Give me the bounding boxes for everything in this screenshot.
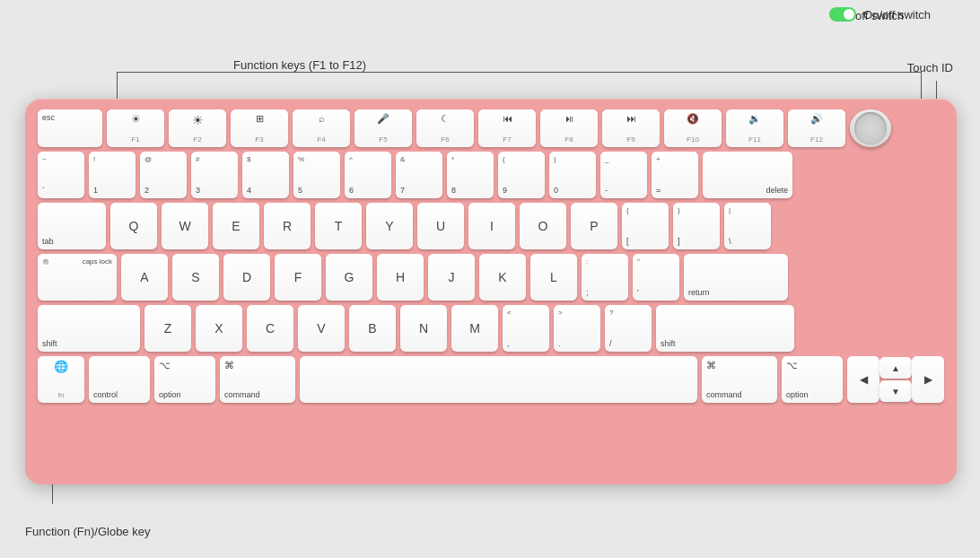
key-d[interactable]: D bbox=[223, 254, 270, 301]
key-space[interactable] bbox=[300, 356, 697, 403]
key-9[interactable]: ( 9 bbox=[498, 152, 545, 198]
number-row: ~ ` ! 1 @ 2 # 3 $ 4 % 5 ^ 6 & 7 bbox=[38, 152, 944, 198]
key-3[interactable]: # 3 bbox=[191, 152, 238, 198]
key-g[interactable]: G bbox=[326, 254, 372, 301]
key-f8[interactable]: ⏯ F8 bbox=[540, 109, 598, 147]
key-f11[interactable]: 🔉 F11 bbox=[726, 109, 783, 147]
key-control[interactable]: control bbox=[89, 356, 150, 403]
fn-globe-label: Function (Fn)/Globe key bbox=[25, 525, 150, 538]
key-f3[interactable]: ⊞ F3 bbox=[231, 109, 288, 147]
key-u[interactable]: U bbox=[417, 203, 464, 249]
key-period[interactable]: > . bbox=[554, 305, 600, 352]
key-j[interactable]: J bbox=[428, 254, 475, 301]
key-1[interactable]: ! 1 bbox=[89, 152, 136, 198]
key-semicolon[interactable]: : ; bbox=[582, 254, 628, 301]
onoff-switch-label: On/off switch bbox=[863, 8, 931, 22]
key-2[interactable]: @ 2 bbox=[140, 152, 187, 198]
key-option-left[interactable]: ⌥ option bbox=[154, 356, 215, 403]
key-b[interactable]: B bbox=[349, 305, 396, 352]
touchid-sensor bbox=[854, 112, 887, 144]
function-keys-label: Function keys (F1 to F12) bbox=[233, 58, 366, 72]
qwerty-row: tab Q W E R T Y U I O P bbox=[38, 203, 944, 249]
key-backslash[interactable]: | \ bbox=[724, 203, 771, 249]
zxcv-row: shift Z X C V B N M < , > . bbox=[38, 305, 944, 352]
key-h[interactable]: H bbox=[377, 254, 424, 301]
key-arrow-up[interactable]: ▲ bbox=[879, 357, 912, 379]
key-8[interactable]: * 8 bbox=[447, 152, 494, 198]
arrow-up-down-group: ▲ ▼ bbox=[879, 357, 912, 402]
key-f6[interactable]: ☾ F6 bbox=[416, 109, 474, 147]
key-6[interactable]: ^ 6 bbox=[345, 152, 391, 198]
key-f9[interactable]: ⏭ F9 bbox=[602, 109, 660, 147]
key-arrow-right[interactable]: ▶ bbox=[912, 356, 944, 403]
key-f1[interactable]: ☀ F1 bbox=[107, 109, 164, 147]
key-k[interactable]: K bbox=[479, 254, 526, 301]
toggle-switch[interactable] bbox=[829, 7, 856, 22]
key-f10[interactable]: 🔇 F10 bbox=[664, 109, 722, 147]
key-n[interactable]: N bbox=[400, 305, 447, 352]
key-option-right[interactable]: ⌥ option bbox=[782, 356, 843, 403]
key-shift-left[interactable]: shift bbox=[38, 305, 140, 352]
key-t[interactable]: T bbox=[315, 203, 362, 249]
keyboard: esc ☀ F1 ☀ F2 ⊞ F3 ⌕ F4 🎤 F5 ☾ F6 bbox=[25, 99, 957, 484]
key-capslock[interactable]: caps lock bbox=[38, 254, 117, 301]
key-e[interactable]: E bbox=[213, 203, 259, 249]
key-slash[interactable]: ? / bbox=[605, 305, 652, 352]
key-f5[interactable]: 🎤 F5 bbox=[354, 109, 412, 147]
capslock-indicator bbox=[43, 259, 48, 265]
key-i[interactable]: I bbox=[468, 203, 515, 249]
key-q[interactable]: Q bbox=[110, 203, 157, 249]
key-equals[interactable]: + = bbox=[652, 152, 698, 198]
key-v[interactable]: V bbox=[298, 305, 345, 352]
arrow-keys-cluster: ◀ ▲ ▼ ▶ bbox=[847, 356, 944, 403]
key-tab[interactable]: tab bbox=[38, 203, 106, 249]
key-f4[interactable]: ⌕ F4 bbox=[293, 109, 350, 147]
bottom-row: 🌐 fn control ⌥ option ⌘ command ⌘ comman… bbox=[38, 356, 944, 403]
key-w[interactable]: W bbox=[162, 203, 208, 249]
key-0[interactable]: ) 0 bbox=[549, 152, 596, 198]
asdf-row: caps lock A S D F G H J K L : ; bbox=[38, 254, 944, 301]
key-rbracket[interactable]: } ] bbox=[673, 203, 720, 249]
key-comma[interactable]: < , bbox=[503, 305, 549, 352]
key-r[interactable]: R bbox=[264, 203, 311, 249]
key-return[interactable]: return bbox=[684, 254, 788, 301]
key-backtick[interactable]: ~ ` bbox=[38, 152, 84, 198]
key-arrow-down[interactable]: ▼ bbox=[879, 380, 912, 402]
key-m[interactable]: M bbox=[451, 305, 498, 352]
function-key-row: esc ☀ F1 ☀ F2 ⊞ F3 ⌕ F4 🎤 F5 ☾ F6 bbox=[38, 109, 944, 147]
key-f2[interactable]: ☀ F2 bbox=[169, 109, 226, 147]
key-p[interactable]: P bbox=[571, 203, 617, 249]
key-s[interactable]: S bbox=[172, 254, 219, 301]
key-a[interactable]: A bbox=[121, 254, 168, 301]
key-z[interactable]: Z bbox=[144, 305, 191, 352]
function-keys-line bbox=[117, 72, 922, 73]
key-x[interactable]: X bbox=[196, 305, 242, 352]
key-arrow-left[interactable]: ◀ bbox=[847, 356, 879, 403]
key-7[interactable]: & 7 bbox=[396, 152, 442, 198]
key-lbracket[interactable]: { [ bbox=[622, 203, 669, 249]
key-o[interactable]: O bbox=[520, 203, 566, 249]
key-y[interactable]: Y bbox=[366, 203, 413, 249]
touchid-line bbox=[936, 81, 937, 100]
key-c[interactable]: C bbox=[247, 305, 293, 352]
key-f7[interactable]: ⏮ F7 bbox=[478, 109, 536, 147]
key-esc[interactable]: esc bbox=[38, 109, 102, 147]
key-quote[interactable]: " ' bbox=[633, 254, 679, 301]
touchid-button[interactable] bbox=[850, 109, 891, 147]
key-f12[interactable]: 🔊 F12 bbox=[788, 109, 845, 147]
key-command-right[interactable]: ⌘ command bbox=[702, 356, 777, 403]
function-keys-line-right bbox=[921, 72, 922, 99]
key-l[interactable]: L bbox=[530, 254, 577, 301]
key-minus[interactable]: _ - bbox=[600, 152, 647, 198]
function-keys-line-left bbox=[117, 72, 118, 99]
key-command-left[interactable]: ⌘ command bbox=[220, 356, 295, 403]
key-5[interactable]: % 5 bbox=[293, 152, 340, 198]
key-shift-right[interactable]: shift bbox=[656, 305, 794, 352]
key-delete[interactable]: delete bbox=[703, 152, 792, 198]
onoff-switch-container: On/off switch bbox=[829, 7, 931, 22]
key-4[interactable]: $ 4 bbox=[242, 152, 289, 198]
key-fn-globe[interactable]: 🌐 fn bbox=[38, 356, 84, 403]
key-f[interactable]: F bbox=[275, 254, 321, 301]
